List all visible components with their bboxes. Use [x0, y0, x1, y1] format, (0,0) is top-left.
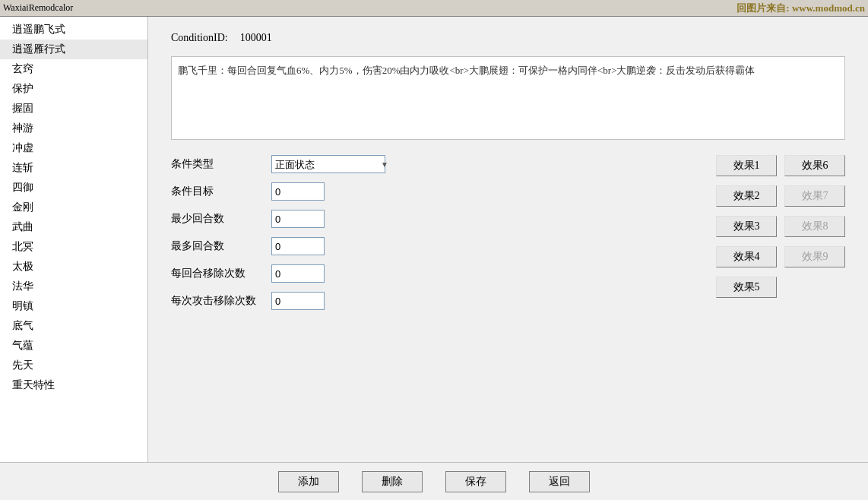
effect-8-button[interactable]: 效果8	[784, 216, 845, 237]
effect-5-button[interactable]: 效果5	[716, 277, 777, 298]
form-row-remove-per-attack: 每次攻击移除次数	[171, 292, 670, 310]
sidebar-item-17[interactable]: 先天	[0, 356, 147, 375]
sidebar-item-5[interactable]: 神游	[0, 119, 147, 138]
form-row-condition-type: 条件类型 正面状态 负面状态 中性状态	[171, 155, 670, 173]
input-min-rounds[interactable]	[271, 210, 325, 228]
description-area[interactable]: 鹏飞千里：每回合回复气血6%、内力5%，伤害20%由内力吸收<br>大鹏展翅：可…	[171, 56, 845, 140]
add-button[interactable]: 添加	[278, 471, 339, 492]
delete-button[interactable]: 删除	[362, 471, 423, 492]
label-condition-type: 条件类型	[171, 157, 262, 171]
bottom-bar: 添加 删除 保存 返回	[0, 462, 868, 500]
condition-id-row: ConditionID: 100001	[171, 32, 845, 44]
sidebar-item-18[interactable]: 重天特性	[0, 375, 147, 395]
save-button[interactable]: 保存	[445, 471, 506, 492]
condition-id-value: 100001	[240, 32, 272, 44]
effect-row-3: 效果3 效果8	[716, 216, 845, 237]
form-row-max-rounds: 最多回合数	[171, 237, 670, 255]
watermark: 回图片来自: www.modmod.cn	[737, 2, 865, 15]
form-row-min-rounds: 最少回合数	[171, 210, 670, 228]
effect-7-button[interactable]: 效果7	[784, 185, 845, 207]
sidebar-item-13[interactable]: 法华	[0, 277, 147, 296]
main-panel: ConditionID: 100001 鹏飞千里：每回合回复气血6%、内力5%，…	[148, 17, 868, 462]
form-effects-container: 条件类型 正面状态 负面状态 中性状态 条件目标	[171, 155, 845, 319]
sidebar-item-2[interactable]: 玄窍	[0, 59, 147, 79]
condition-type-select[interactable]: 正面状态 负面状态 中性状态	[271, 155, 385, 173]
effect-row-2: 效果2 效果7	[716, 185, 845, 207]
sidebar-item-14[interactable]: 明镇	[0, 296, 147, 316]
window-title: WaxiaiRemodcalor	[3, 2, 73, 14]
sidebar: 逍遥鹏飞式逍遥雁行式玄窍保护握固神游冲虚连斩四御金刚武曲北冥太极法华明镇底气气蕴…	[0, 17, 148, 462]
effect-row-1: 效果1 效果6	[716, 155, 845, 176]
effect-4-button[interactable]: 效果4	[716, 246, 777, 267]
form-row-condition-target: 条件目标	[171, 182, 670, 201]
form-row-remove-per-round: 每回合移除次数	[171, 264, 670, 283]
effect-1-button[interactable]: 效果1	[716, 155, 777, 176]
condition-id-label: ConditionID:	[171, 32, 228, 44]
sidebar-item-6[interactable]: 冲虚	[0, 138, 147, 158]
sidebar-item-8[interactable]: 四御	[0, 178, 147, 198]
return-button[interactable]: 返回	[529, 471, 590, 492]
sidebar-item-7[interactable]: 连斩	[0, 158, 147, 178]
condition-type-select-wrapper: 正面状态 负面状态 中性状态	[271, 155, 393, 173]
content-area: 逍遥鹏飞式逍遥雁行式玄窍保护握固神游冲虚连斩四御金刚武曲北冥太极法华明镇底气气蕴…	[0, 17, 868, 462]
label-remove-per-attack: 每次攻击移除次数	[171, 294, 262, 308]
sidebar-item-4[interactable]: 握固	[0, 99, 147, 119]
input-condition-target[interactable]	[271, 182, 325, 201]
label-min-rounds: 最少回合数	[171, 212, 262, 226]
sidebar-item-10[interactable]: 武曲	[0, 217, 147, 237]
input-remove-per-attack[interactable]	[271, 292, 325, 310]
effect-row-5: 效果5	[716, 277, 845, 298]
effect-3-button[interactable]: 效果3	[716, 216, 777, 237]
form-fields: 条件类型 正面状态 负面状态 中性状态 条件目标	[171, 155, 670, 319]
main-window: WaxiaiRemodcalor 回图片来自: www.modmod.cn 逍遥…	[0, 0, 868, 500]
effect-row-4: 效果4 效果9	[716, 246, 845, 267]
input-remove-per-round[interactable]	[271, 264, 325, 283]
sidebar-item-12[interactable]: 太极	[0, 257, 147, 277]
effect-6-button[interactable]: 效果6	[784, 155, 845, 176]
effect-9-button[interactable]: 效果9	[784, 246, 845, 267]
description-text: 鹏飞千里：每回合回复气血6%、内力5%，伤害20%由内力吸收<br>大鹏展翅：可…	[178, 65, 755, 76]
sidebar-item-16[interactable]: 气蕴	[0, 336, 147, 356]
label-remove-per-round: 每回合移除次数	[171, 267, 262, 280]
input-max-rounds[interactable]	[271, 237, 325, 255]
sidebar-item-11[interactable]: 北冥	[0, 237, 147, 257]
effects-panel: 效果1 效果6 效果2 效果7 效果3 效果8 效果4	[716, 155, 845, 298]
label-condition-target: 条件目标	[171, 185, 262, 198]
sidebar-item-15[interactable]: 底气	[0, 316, 147, 336]
titlebar: WaxiaiRemodcalor 回图片来自: www.modmod.cn	[0, 0, 868, 17]
sidebar-item-3[interactable]: 保护	[0, 79, 147, 99]
label-max-rounds: 最多回合数	[171, 239, 262, 253]
sidebar-item-0[interactable]: 逍遥鹏飞式	[0, 20, 147, 40]
sidebar-item-9[interactable]: 金刚	[0, 198, 147, 217]
effect-2-button[interactable]: 效果2	[716, 185, 777, 207]
sidebar-item-1[interactable]: 逍遥雁行式	[0, 40, 147, 59]
